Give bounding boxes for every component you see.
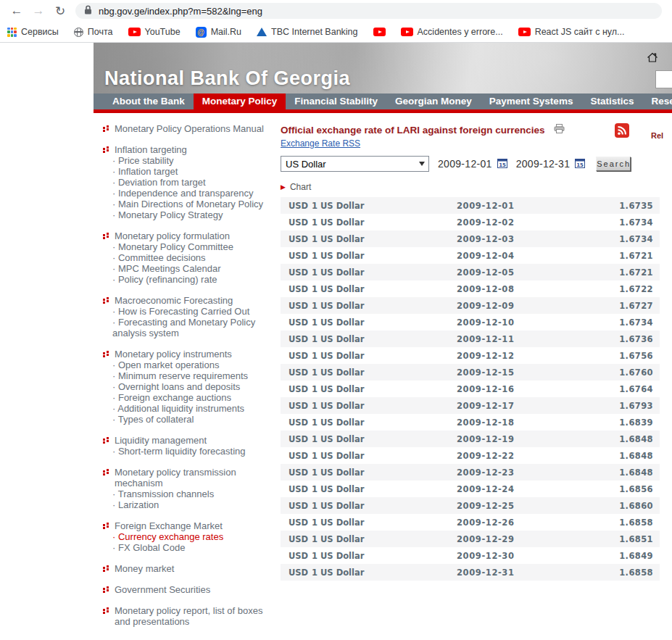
sidebar-subitem[interactable]: · FX Global Code	[112, 542, 272, 553]
print-icon[interactable]	[554, 123, 565, 136]
rss-icon[interactable]	[615, 123, 629, 141]
sidebar-subitem[interactable]: · Minimum reserve requirements	[112, 370, 272, 381]
sidebar-subitem[interactable]: · Types of collateral	[112, 414, 272, 425]
bookmark-item[interactable]: TBC Internet Banking	[257, 27, 358, 37]
red-squares-icon	[103, 232, 109, 240]
table-row: USD1 US Dollar2009-12-041.6721	[281, 247, 660, 264]
sidebar-subitem[interactable]: · Foreign exchange auctions	[112, 392, 272, 403]
sidebar-subitem[interactable]: · Price stability	[112, 155, 272, 166]
rate-cell: 1.6727	[565, 301, 660, 311]
bookmark-label: React JS сайт с нул...	[535, 27, 625, 37]
sidebar-subitem[interactable]: · Short-term liquidity forecasting	[112, 446, 272, 457]
rate-cell: 1.6734	[565, 217, 660, 228]
sidebar-subitem[interactable]: · Forecasting and Monetary Policy analys…	[112, 317, 272, 338]
calendar-from-icon[interactable]: 15	[497, 158, 507, 170]
table-row: USD1 US Dollar2009-12-091.6727	[281, 297, 660, 314]
date-cell: 2009-12-19	[457, 434, 565, 444]
currency-code-cell: USD	[281, 417, 312, 428]
currency-name-cell: 1 US Dollar	[312, 467, 457, 478]
date-cell: 2009-12-03	[457, 234, 565, 244]
sidebar-item[interactable]: Monetary policy formulation	[115, 230, 272, 241]
sidebar-item[interactable]: Money market	[115, 563, 272, 574]
sidebar-group: Liquidity management· Short-term liquidi…	[103, 435, 272, 457]
sidebar-subitem[interactable]: · Larization	[112, 499, 272, 510]
date-cell: 2009-12-23	[457, 467, 565, 478]
site-search-input[interactable]	[655, 70, 672, 88]
sidebar-item[interactable]: Monetary policy instruments	[115, 349, 272, 360]
home-icon[interactable]	[647, 52, 658, 66]
bookmark-item[interactable]: Accidentes y errore...	[401, 27, 503, 37]
search-button[interactable]: Search	[596, 157, 631, 171]
sidebar-item[interactable]: Inflation targeting	[115, 144, 272, 155]
sidebar-item[interactable]: Monetary Policy Operations Manual	[115, 123, 272, 134]
bookmark-item[interactable]: Почта	[74, 27, 113, 37]
bookmark-item[interactable]: @Mail.Ru	[196, 27, 241, 38]
nav-item-statistics[interactable]: Statistics	[581, 93, 642, 109]
sidebar-subitem[interactable]: · Independence and transparency	[112, 188, 272, 199]
table-row: USD1 US Dollar2009-12-241.6856	[281, 481, 660, 497]
sidebar-item[interactable]: Government Securities	[115, 584, 272, 595]
table-row: USD1 US Dollar2009-12-311.6858	[281, 564, 660, 581]
currency-name-cell: 1 US Dollar	[312, 568, 457, 578]
related-links-label[interactable]: Rel	[651, 131, 663, 140]
table-row: USD1 US Dollar2009-12-121.6756	[281, 347, 660, 364]
sidebar-item[interactable]: Macroeconomic Forecasting	[115, 295, 272, 306]
address-bar[interactable]: nbg.gov.ge/index.php?m=582&lng=eng	[75, 3, 662, 19]
sidebar-item[interactable]: Foreign Exchange Market	[115, 520, 272, 531]
date-to-field[interactable]: 2009-12-31	[516, 158, 571, 170]
sidebar-subitem[interactable]: · MPC Meetings Calendar	[112, 263, 272, 274]
bookmark-item[interactable]: YouTube	[128, 27, 181, 37]
main-navigation: About the BankMonetary PolicyFinancial S…	[94, 93, 672, 109]
nav-item-monetary-policy[interactable]: Monetary Policy	[194, 93, 286, 109]
chart-link[interactable]: ▶ Chart	[281, 182, 660, 192]
bookmark-item[interactable]: React JS сайт с нул...	[518, 27, 625, 37]
back-button[interactable]: ←	[6, 4, 28, 18]
currency-select[interactable]: US Dollar	[281, 156, 429, 172]
nav-item-about-the-bank[interactable]: About the Bank	[104, 93, 194, 109]
sidebar-subitem[interactable]: · Additional liquidity instruments	[112, 403, 272, 414]
calendar-to-icon[interactable]: 15	[575, 158, 585, 170]
sidebar-subitem[interactable]: · Policy (refinancing) rate	[112, 274, 272, 285]
currency-code-cell: USD	[281, 201, 312, 211]
sidebar-subitem[interactable]: · Transmission channels	[112, 489, 272, 499]
date-from-field[interactable]: 2009-12-01	[438, 158, 492, 170]
sidebar-subitem[interactable]: · Inflation target	[112, 166, 272, 177]
sidebar-item[interactable]: Liquidity management	[115, 435, 272, 446]
sidebar-subitem[interactable]: · Main Directions of Monetary Policy	[112, 199, 272, 209]
refresh-button[interactable]: ↻	[49, 4, 71, 19]
exchange-rate-rss-link[interactable]: Exchange Rate RSS	[281, 138, 360, 149]
sidebar-subitem[interactable]: · Overnight loans and deposits	[112, 381, 272, 392]
currency-code-cell: USD	[281, 518, 312, 528]
sidebar-subitem[interactable]: · Open market operations	[112, 360, 272, 370]
sidebar-subitem[interactable]: · Committee decisions	[112, 252, 272, 263]
sidebar-item[interactable]: Monetary policy transmission mechanism	[115, 467, 272, 489]
sidebar-subitem[interactable]: · How is Forecasting Carried Out	[112, 306, 272, 317]
currency-name-cell: 1 US Dollar	[312, 217, 457, 228]
nav-item-financial-stability[interactable]: Financial Stability	[286, 93, 386, 109]
sidebar-subitem[interactable]: · Monetary Policy Committee	[112, 241, 272, 252]
browser-toolbar: ← → ↻ nbg.gov.ge/index.php?m=582&lng=eng	[0, 0, 672, 22]
date-cell: 2009-12-17	[457, 401, 565, 411]
currency-name-cell: 1 US Dollar	[312, 267, 457, 278]
sidebar-subitem[interactable]: · Monetary Policy Strategy	[112, 209, 272, 220]
chart-link-label: Chart	[290, 182, 311, 192]
forward-button[interactable]: →	[28, 4, 49, 18]
table-row: USD1 US Dollar2009-12-221.6848	[281, 447, 660, 464]
table-row: USD1 US Dollar2009-12-231.6848	[281, 464, 660, 481]
currency-code-cell: USD	[281, 217, 312, 228]
currency-name-cell: 1 US Dollar	[312, 251, 457, 261]
nav-item-payment-systems[interactable]: Payment Systems	[481, 93, 582, 109]
page-title: Official exchange rate of LARI against f…	[281, 125, 545, 136]
sidebar-subitem[interactable]: · Deviation from target	[112, 177, 272, 188]
nav-item-georgian-money[interactable]: Georgian Money	[386, 93, 481, 109]
table-row: USD1 US Dollar2009-12-021.6734	[281, 214, 660, 230]
bookmark-item[interactable]	[373, 28, 386, 36]
currency-name-cell: 1 US Dollar	[312, 317, 457, 328]
bookmark-item[interactable]: Сервисы	[7, 27, 59, 37]
sidebar-item[interactable]: Monetary policy report, list of boxes an…	[115, 605, 272, 627]
sidebar-subitem[interactable]: · Currency exchange rates	[112, 531, 272, 542]
currency-code-cell: USD	[281, 434, 312, 444]
nav-item-research[interactable]: Research	[642, 93, 672, 109]
table-row: USD1 US Dollar2009-12-151.6760	[281, 364, 660, 381]
sidebar-group: Monetary policy transmission mechanism· …	[103, 467, 272, 510]
